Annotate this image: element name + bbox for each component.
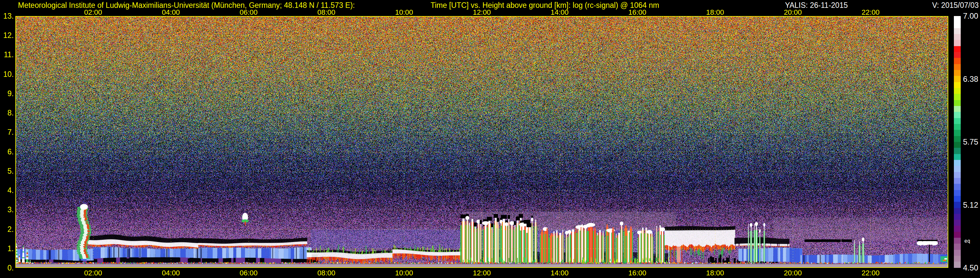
height-tick-label: 6.: [0, 147, 14, 156]
colorbar-block: [954, 196, 961, 202]
colorbar-block: [954, 238, 961, 244]
colorbar-block: [954, 172, 961, 178]
time-tick-label: 18:00: [700, 269, 730, 277]
colorbar-block: [954, 118, 961, 124]
time-tick-label: 10:00: [390, 8, 419, 17]
colorbar-block: [954, 220, 961, 226]
time-tick-label: 16:00: [623, 269, 652, 277]
colorbar-eq-annotation: eq: [964, 238, 970, 244]
colorbar-block: [954, 232, 961, 238]
time-tick-label: 06:00: [234, 8, 263, 17]
colorbar-block: [954, 58, 961, 64]
colorbar-block: [954, 28, 961, 34]
colorbar-block: [954, 130, 961, 136]
colorbar-block: [954, 190, 961, 196]
colorbar-block: [954, 64, 961, 70]
colorbar-block: [954, 76, 961, 82]
colorbar-block: [954, 250, 961, 256]
time-tick-label: 02:00: [78, 269, 108, 277]
height-tick-label: 4.: [0, 186, 14, 195]
colorbar-block: [954, 88, 961, 94]
colorbar-block: [954, 178, 961, 184]
height-tick-label: 12.: [0, 31, 14, 40]
colorbar-block: [954, 106, 961, 112]
lidar-heatmap-canvas: [15, 16, 948, 268]
colorbar-tick-label: 7.00: [963, 12, 980, 20]
colorbar-block: [954, 94, 961, 100]
colorbar-block: [954, 52, 961, 58]
time-tick-label: 04:00: [156, 8, 186, 17]
colorbar-block: [954, 208, 961, 214]
colorbar-block: [954, 82, 961, 88]
colorbar-block: [954, 148, 961, 154]
lidar-quicklook-screen: Meteorological Institute of Ludwig-Maxim…: [0, 0, 980, 278]
version-label: V: 2015/07/03: [932, 1, 979, 10]
colorbar-block: [954, 70, 961, 76]
time-tick-label: 06:00: [234, 269, 263, 277]
colorbar-block: [954, 124, 961, 130]
time-tick-label: 16:00: [623, 8, 652, 17]
height-tick-label: 3.: [0, 205, 14, 214]
colorbar-block: [954, 100, 961, 106]
time-tick-label: 14:00: [545, 8, 574, 17]
colorbar-tick-label: 5.75: [963, 138, 980, 146]
colorbar-block: [954, 112, 961, 118]
time-tick-label: 08:00: [312, 269, 341, 277]
colorbar-block: [954, 40, 961, 46]
height-tick-label: 13.: [0, 12, 14, 20]
colorbar-tick-label: 4.50: [963, 264, 980, 272]
time-tick-label: 20:00: [778, 8, 808, 17]
height-tick-label: 10.: [0, 70, 14, 78]
colorbar-block: [954, 202, 961, 208]
institute-title: Meteorological Institute of Ludwig-Maxim…: [18, 1, 355, 10]
time-tick-label: 22:00: [856, 8, 885, 17]
height-tick-label: 7.: [0, 128, 14, 136]
time-tick-label: 12:00: [467, 269, 496, 277]
colorbar-block: [954, 256, 961, 262]
colorbar-block: [954, 184, 961, 190]
height-tick-label: 1.: [0, 244, 14, 253]
time-tick-label: 04:00: [156, 269, 186, 277]
colorbar-tick-label: 6.38: [963, 75, 980, 83]
time-tick-label: 14:00: [545, 269, 574, 277]
colorbar: [954, 16, 961, 268]
colorbar-block: [954, 226, 961, 232]
colorbar-block: [954, 160, 961, 166]
height-tick-label: 8.: [0, 109, 14, 117]
height-tick-label: 5.: [0, 167, 14, 175]
colorbar-block: [954, 22, 961, 28]
colorbar-tick-label: 5.12: [963, 201, 980, 209]
time-tick-label: 02:00: [78, 8, 108, 17]
height-tick-label: 9.: [0, 89, 14, 98]
colorbar-block: [954, 16, 961, 22]
time-tick-label: 22:00: [856, 269, 885, 277]
colorbar-block: [954, 262, 961, 268]
colorbar-block: [954, 244, 961, 249]
colorbar-block: [954, 46, 961, 52]
height-tick-label: 0.: [0, 264, 14, 272]
time-tick-label: 12:00: [467, 8, 496, 17]
height-tick-label: 11.: [0, 50, 14, 59]
time-tick-label: 18:00: [700, 8, 730, 17]
colorbar-block: [954, 166, 961, 172]
colorbar-block: [954, 142, 961, 148]
colorbar-block: [954, 214, 961, 220]
height-tick-label: 2.: [0, 225, 14, 233]
time-tick-label: 10:00: [390, 269, 419, 277]
colorbar-block: [954, 154, 961, 160]
colorbar-block: [954, 136, 961, 142]
time-tick-label: 20:00: [778, 269, 808, 277]
time-tick-label: 08:00: [312, 8, 341, 17]
colorbar-block: [954, 34, 961, 40]
